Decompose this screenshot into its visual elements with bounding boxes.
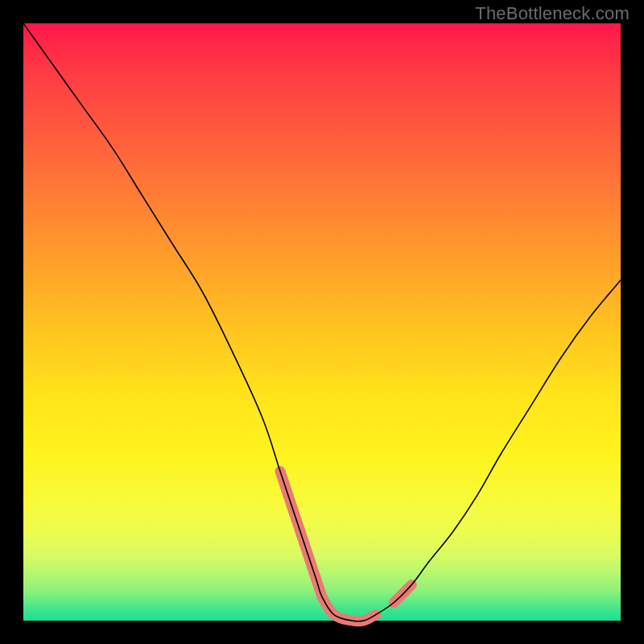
watermark-label: TheBottleneck.com bbox=[475, 3, 630, 24]
chart-svg bbox=[23, 23, 621, 621]
plot-area bbox=[23, 23, 621, 621]
highlight-bottom bbox=[322, 597, 376, 621]
bottleneck-curve bbox=[23, 23, 621, 621]
highlight-group bbox=[280, 472, 411, 622]
chart-frame: TheBottleneck.com bbox=[0, 0, 644, 644]
